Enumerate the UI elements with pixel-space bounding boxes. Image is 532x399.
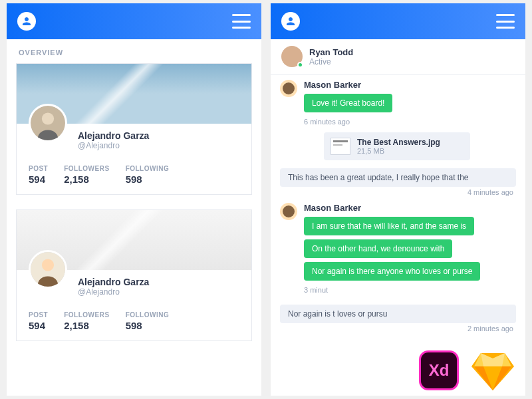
sketch-icon xyxy=(471,353,515,390)
chat-header: Ryan Todd Active xyxy=(271,39,525,74)
chat-avatar[interactable] xyxy=(281,46,303,67)
stat-label: POST xyxy=(29,311,48,319)
section-label: OVERVIEW xyxy=(7,39,261,63)
file-icon xyxy=(331,138,350,155)
avatar[interactable] xyxy=(29,104,67,142)
stat-label: FOLLOWERS xyxy=(64,311,109,319)
stat-value: 598 xyxy=(126,320,170,331)
profile-handle: @Alejandro xyxy=(78,141,239,150)
chat-user-name: Ryan Todd xyxy=(309,47,353,57)
app-header xyxy=(271,3,525,39)
menu-icon[interactable] xyxy=(232,14,251,29)
stat-value: 2,158 xyxy=(64,320,109,331)
stat-label: POST xyxy=(29,165,48,172)
message-group: Mason Barker I am sure that he will like… xyxy=(280,203,516,301)
app-header xyxy=(7,3,261,39)
message-bubble: This has been a great update, I really h… xyxy=(280,168,516,187)
message-bubble: On the other hand, we denounce with xyxy=(304,239,452,258)
svg-point-1 xyxy=(42,112,54,124)
message-author: Mason Barker xyxy=(304,203,516,213)
app-badges: Xd xyxy=(419,350,515,390)
message-time: 6 minutes ago xyxy=(304,118,516,126)
stat-value: 598 xyxy=(126,174,170,185)
message-author: Mason Barker xyxy=(304,80,516,90)
stat-label: FOLLOWING xyxy=(126,165,170,172)
profile-card[interactable]: Alejandro Garza @Alejandro POST594 FOLLO… xyxy=(16,209,252,341)
stat-value: 2,158 xyxy=(64,174,109,185)
stat-label: FOLLOWING xyxy=(126,311,170,319)
profile-name: Alejandro Garza xyxy=(78,130,239,141)
stat-value: 594 xyxy=(29,320,48,331)
cover-image xyxy=(17,64,251,124)
profile-handle: @Alejandro xyxy=(78,287,239,297)
message-bubble: Nor again is t loves or pursu xyxy=(280,305,516,323)
profile-name: Alejandro Garza xyxy=(78,277,239,287)
message-time: 3 minut xyxy=(304,286,516,294)
overview-panel: OVERVIEW Alejandro Garza @Alejandro POST… xyxy=(7,3,261,396)
adobe-xd-icon: Xd xyxy=(419,350,459,390)
profile-card[interactable]: Alejandro Garza @Alejandro POST594 FOLLO… xyxy=(16,63,252,195)
message-time: 4 minutes ago xyxy=(280,188,513,196)
account-icon[interactable] xyxy=(281,12,300,31)
menu-icon[interactable] xyxy=(496,14,515,29)
message-bubble: Nor again is there anyone who loves or p… xyxy=(304,262,480,281)
account-icon[interactable] xyxy=(17,12,36,31)
svg-point-3 xyxy=(42,259,54,271)
chat-panel: Ryan Todd Active Mason Barker Love it! G… xyxy=(271,3,525,396)
message-avatar[interactable] xyxy=(280,203,297,220)
avatar[interactable] xyxy=(29,250,67,289)
stat-label: FOLLOWERS xyxy=(64,165,109,172)
message-bubble: Love it! Great board! xyxy=(304,94,392,112)
profile-stats: POST594 FOLLOWERS2,158 FOLLOWING598 xyxy=(17,299,251,340)
message-list: Mason Barker Love it! Great board! 6 min… xyxy=(271,74,525,396)
attachment[interactable]: The Best Answers.jpg 21,5 MB xyxy=(324,132,470,160)
message-group: Mason Barker Love it! Great board! 6 min… xyxy=(280,80,516,164)
chat-user-status: Active xyxy=(309,57,353,66)
profile-stats: POST594 FOLLOWERS2,158 FOLLOWING598 xyxy=(17,153,251,194)
cover-image xyxy=(17,210,251,270)
attachment-name: The Best Answers.jpg xyxy=(357,138,440,147)
attachment-size: 21,5 MB xyxy=(357,147,440,155)
status-dot-icon xyxy=(297,62,303,68)
message-avatar[interactable] xyxy=(280,80,297,97)
stat-value: 594 xyxy=(29,174,48,185)
message-time: 2 minutes ago xyxy=(280,325,513,332)
message-bubble: I am sure that he will like it, and the … xyxy=(304,217,474,235)
profile-cards: Alejandro Garza @Alejandro POST594 FOLLO… xyxy=(7,63,261,396)
